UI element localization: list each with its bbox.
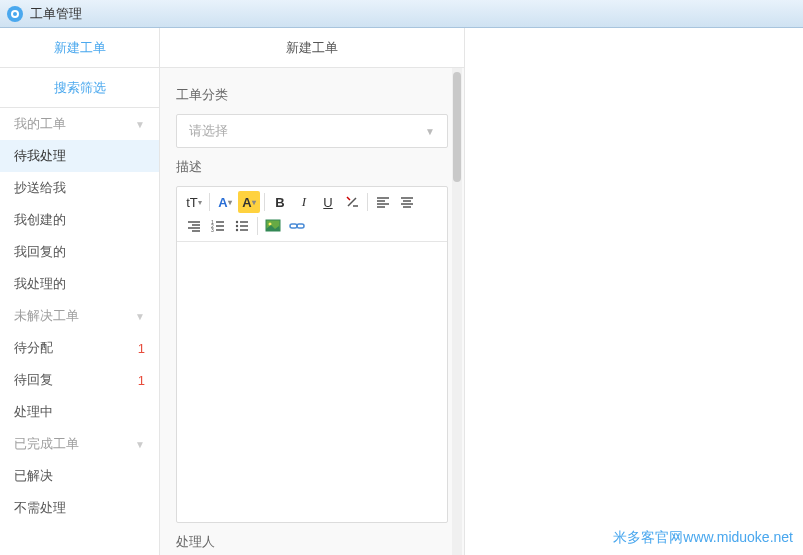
rich-text-editor: tT▾ A▾ A▾ B I U 123 bbox=[176, 186, 448, 523]
align-center-button[interactable] bbox=[396, 191, 418, 213]
align-left-button[interactable] bbox=[372, 191, 394, 213]
sidebar-group-done[interactable]: 已完成工单 ▼ bbox=[0, 428, 159, 460]
font-size-button[interactable]: tT▾ bbox=[183, 191, 205, 213]
chevron-down-icon: ▾ bbox=[198, 198, 202, 207]
titlebar: 工单管理 bbox=[0, 0, 803, 28]
ordered-list-button[interactable]: 123 bbox=[207, 215, 229, 237]
svg-text:3: 3 bbox=[211, 227, 214, 233]
sidebar-tab-search-filter[interactable]: 搜索筛选 bbox=[0, 68, 159, 108]
sidebar-group-unsolved[interactable]: 未解决工单 ▼ bbox=[0, 300, 159, 332]
category-select[interactable]: 请选择 ▼ bbox=[176, 114, 448, 148]
sidebar-item-label: 已解决 bbox=[14, 467, 53, 485]
sidebar-item-replied-by-me[interactable]: 我回复的 bbox=[0, 236, 159, 268]
sidebar-group-label: 已完成工单 bbox=[14, 435, 79, 453]
handler-label: 处理人 bbox=[176, 533, 448, 551]
sidebar-item-label: 我处理的 bbox=[14, 275, 66, 293]
sidebar-item-no-action[interactable]: 不需处理 bbox=[0, 492, 159, 524]
chevron-down-icon: ▾ bbox=[228, 198, 232, 207]
sidebar-item-label: 我回复的 bbox=[14, 243, 66, 261]
editor-toolbar: tT▾ A▾ A▾ B I U 123 bbox=[177, 187, 447, 242]
sidebar-item-processing[interactable]: 处理中 bbox=[0, 396, 159, 428]
insert-image-button[interactable] bbox=[262, 215, 284, 237]
category-label: 工单分类 bbox=[176, 86, 448, 104]
sidebar-item-label: 待我处理 bbox=[14, 147, 66, 165]
toolbar-separator bbox=[257, 217, 258, 235]
toolbar-separator bbox=[367, 193, 368, 211]
scrollbar-thumb[interactable] bbox=[453, 72, 461, 182]
sidebar-item-label: 处理中 bbox=[14, 403, 53, 421]
sidebar-item-to-reply[interactable]: 待回复 1 bbox=[0, 364, 159, 396]
sidebar-item-handled-by-me[interactable]: 我处理的 bbox=[0, 268, 159, 300]
unordered-list-button[interactable] bbox=[231, 215, 253, 237]
underline-button[interactable]: U bbox=[317, 191, 339, 213]
bg-color-button[interactable]: A▾ bbox=[238, 191, 260, 213]
sidebar-item-label: 抄送给我 bbox=[14, 179, 66, 197]
sidebar-item-pending-me[interactable]: 待我处理 bbox=[0, 140, 159, 172]
align-right-button[interactable] bbox=[183, 215, 205, 237]
sidebar-group-label: 未解决工单 bbox=[14, 307, 79, 325]
insert-link-button[interactable] bbox=[286, 215, 308, 237]
sidebar-item-created-by-me[interactable]: 我创建的 bbox=[0, 204, 159, 236]
sidebar-item-to-assign[interactable]: 待分配 1 bbox=[0, 332, 159, 364]
svg-point-8 bbox=[236, 229, 238, 231]
form-header: 新建工单 bbox=[160, 28, 464, 68]
toolbar-separator bbox=[209, 193, 210, 211]
svg-rect-11 bbox=[290, 224, 297, 228]
content-area bbox=[465, 28, 803, 555]
svg-point-6 bbox=[236, 221, 238, 223]
clear-format-button[interactable] bbox=[341, 191, 363, 213]
chevron-down-icon: ▼ bbox=[135, 439, 145, 450]
chevron-down-icon: ▼ bbox=[135, 311, 145, 322]
sidebar-tab-new-ticket[interactable]: 新建工单 bbox=[0, 28, 159, 68]
sidebar-item-cc-me[interactable]: 抄送给我 bbox=[0, 172, 159, 204]
sidebar-item-label: 待分配 bbox=[14, 339, 53, 357]
chevron-down-icon: ▼ bbox=[425, 126, 435, 137]
select-placeholder: 请选择 bbox=[189, 122, 228, 140]
svg-point-7 bbox=[236, 225, 238, 227]
toolbar-separator bbox=[264, 193, 265, 211]
chevron-down-icon: ▼ bbox=[135, 119, 145, 130]
form-panel: 新建工单 工单分类 请选择 ▼ 描述 tT▾ A▾ A▾ B I U bbox=[160, 28, 465, 555]
sidebar-item-label: 待回复 bbox=[14, 371, 53, 389]
watermark-text: 米多客官网www.miduoke.net bbox=[613, 529, 793, 547]
scrollbar-track[interactable] bbox=[452, 68, 462, 555]
app-logo-icon bbox=[6, 5, 24, 23]
svg-point-2 bbox=[13, 12, 17, 16]
sidebar-item-resolved[interactable]: 已解决 bbox=[0, 460, 159, 492]
svg-rect-12 bbox=[297, 224, 304, 228]
sidebar-group-my-tickets[interactable]: 我的工单 ▼ bbox=[0, 108, 159, 140]
chevron-down-icon: ▾ bbox=[252, 198, 256, 207]
sidebar: 新建工单 搜索筛选 我的工单 ▼ 待我处理 抄送给我 我创建的 我回复的 我处理… bbox=[0, 28, 160, 555]
sidebar-group-label: 我的工单 bbox=[14, 115, 66, 133]
count-badge: 1 bbox=[138, 341, 145, 356]
font-color-button[interactable]: A▾ bbox=[214, 191, 236, 213]
editor-textarea[interactable] bbox=[177, 242, 447, 522]
count-badge: 1 bbox=[138, 373, 145, 388]
italic-button[interactable]: I bbox=[293, 191, 315, 213]
window-title: 工单管理 bbox=[30, 5, 82, 23]
bold-button[interactable]: B bbox=[269, 191, 291, 213]
sidebar-item-label: 我创建的 bbox=[14, 211, 66, 229]
description-label: 描述 bbox=[176, 158, 448, 176]
sidebar-item-label: 不需处理 bbox=[14, 499, 66, 517]
